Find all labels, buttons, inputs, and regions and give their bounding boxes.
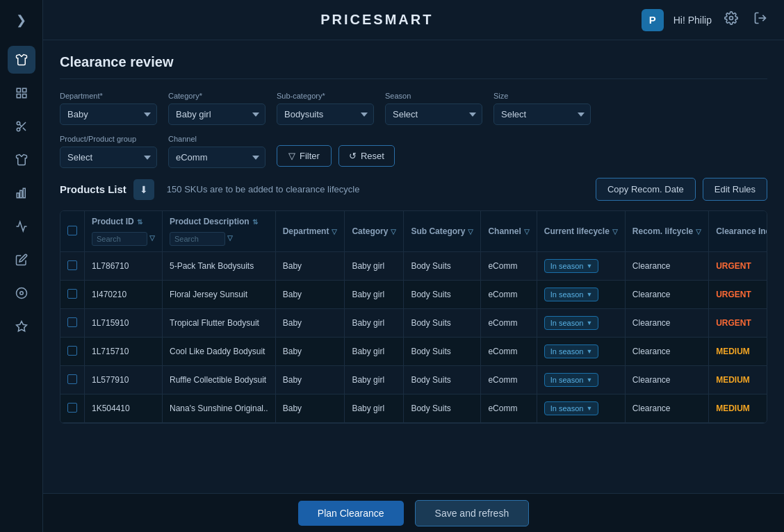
lifecycle-badge[interactable]: In season ▼ xyxy=(544,288,599,301)
lifecycle-badge[interactable]: In season ▼ xyxy=(544,344,599,358)
download-icon: ⬇ xyxy=(140,184,148,195)
filter-department-icon[interactable]: ▽ xyxy=(332,228,337,235)
logout-icon[interactable] xyxy=(751,8,770,31)
sidebar-icon-pencil[interactable] xyxy=(8,246,35,274)
cell-recom-lifecycle: Clearance xyxy=(625,366,708,394)
sidebar-icon-circle[interactable] xyxy=(8,279,35,307)
subcategory-filter: Sub-category* Bodysuits xyxy=(277,92,374,125)
cell-department: Baby xyxy=(275,281,345,309)
svg-point-5 xyxy=(17,128,20,131)
cell-recom-lifecycle: Clearance xyxy=(625,281,708,309)
cell-recom-lifecycle: Clearance xyxy=(625,394,708,423)
lifecycle-badge[interactable]: In season ▼ xyxy=(544,401,599,415)
sidebar-icon-shirt[interactable] xyxy=(8,46,35,74)
cell-subcategory: Body Suits xyxy=(404,338,481,366)
cell-description: Tropical Flutter Bodysuit xyxy=(163,309,276,338)
row-checkbox-5[interactable] xyxy=(67,403,77,413)
row-checkbox-4[interactable] xyxy=(67,374,77,384)
cell-subcategory: Body Suits xyxy=(404,394,481,423)
sidebar-icon-scissors[interactable] xyxy=(8,113,35,140)
clearance-indicator-value: MEDIUM xyxy=(716,375,750,385)
lifecycle-badge[interactable]: In season ▼ xyxy=(544,259,599,273)
cell-description: Cool Like Daddy Bodysuit xyxy=(163,338,276,366)
sidebar-icon-star[interactable] xyxy=(8,313,35,340)
filter-row-2: Product/Product group Select Channel eCo… xyxy=(60,135,767,168)
cell-product-id: 1L715910 xyxy=(85,309,163,338)
sidebar-icon-grid[interactable] xyxy=(8,79,35,107)
category-select[interactable]: Baby girl xyxy=(168,103,266,125)
user-greeting: Hi! Philip xyxy=(673,15,712,26)
select-all-checkbox[interactable] xyxy=(67,226,77,235)
header-right: P Hi! Philip xyxy=(642,8,770,31)
table-row: 1I470210 Floral Jersey Sunsuit Baby Baby… xyxy=(60,281,767,309)
table-row: 1K504410 Nana's Sunshine Original.. Baby… xyxy=(60,394,767,423)
search-product-id[interactable] xyxy=(92,232,147,246)
filter-button[interactable]: ▽ Filter xyxy=(277,145,332,167)
filter-current-lifecycle-icon[interactable]: ▽ xyxy=(612,228,618,235)
sort-description[interactable]: ⇅ xyxy=(252,218,258,226)
page-title: Clearance review xyxy=(60,54,767,79)
cell-subcategory: Body Suits xyxy=(404,366,481,394)
edit-rules-button[interactable]: Edit Rules xyxy=(703,178,767,201)
products-table: Product ID ⇅ ▽ Product Description xyxy=(60,211,767,423)
filter-row-1: Department* Baby Category* Baby girl Sub… xyxy=(60,92,767,125)
sidebar-toggle[interactable]: ❯ xyxy=(10,7,32,33)
department-select[interactable]: Baby xyxy=(60,103,157,125)
lifecycle-badge[interactable]: In season ▼ xyxy=(544,316,599,330)
filter-channel-icon[interactable]: ▽ xyxy=(524,228,530,235)
product-group-select[interactable]: Select xyxy=(60,147,157,168)
row-checkbox-0[interactable] xyxy=(67,260,77,270)
sidebar-icon-tshirt[interactable] xyxy=(8,146,35,174)
settings-icon[interactable] xyxy=(721,8,741,31)
row-checkbox-1[interactable] xyxy=(67,289,77,299)
department-filter: Department* Baby xyxy=(60,92,157,125)
cell-recom-lifecycle: Clearance xyxy=(625,309,708,338)
cell-recom-lifecycle: Clearance xyxy=(625,252,708,281)
svg-line-7 xyxy=(22,128,25,131)
reset-button[interactable]: ↺ Reset xyxy=(338,145,395,167)
season-filter: Season Select xyxy=(385,92,482,125)
cell-current-lifecycle: In season ▼ xyxy=(537,309,625,338)
filter-recom-lifecycle-icon[interactable]: ▽ xyxy=(696,228,701,235)
channel-select[interactable]: eComm xyxy=(168,147,266,168)
filter-product-id-icon[interactable]: ▽ xyxy=(149,234,155,242)
app-title: PRICESMART xyxy=(320,12,433,28)
row-checkbox-col xyxy=(60,338,85,366)
table-header-row: Product ID ⇅ ▽ Product Description xyxy=(60,211,767,252)
filter-description-icon[interactable]: ▽ xyxy=(227,234,233,242)
clearance-indicator-value: URGENT xyxy=(716,290,751,299)
cell-description: Floral Jersey Sunsuit xyxy=(163,281,276,309)
products-header-left: Products List ⬇ 150 SKUs are to be added… xyxy=(60,179,359,200)
col-recom-lifecycle: Recom. lifcycle ▽ xyxy=(625,211,708,252)
row-checkbox-3[interactable] xyxy=(67,346,77,356)
search-description[interactable] xyxy=(170,232,225,246)
sku-info: 150 SKUs are to be added to clearance li… xyxy=(167,184,360,194)
copy-recom-button[interactable]: Copy Recom. Date xyxy=(596,178,696,201)
save-refresh-button[interactable]: Save and refresh xyxy=(415,500,530,526)
cell-department: Baby xyxy=(275,394,345,423)
cell-category: Baby girl xyxy=(345,309,404,338)
cell-product-id: 1L577910 xyxy=(85,366,163,394)
download-button[interactable]: ⬇ xyxy=(133,179,154,200)
filter-category-icon[interactable]: ▽ xyxy=(391,228,396,235)
svg-rect-1 xyxy=(22,88,26,92)
cell-channel: eComm xyxy=(481,366,537,394)
col-category: Category ▽ xyxy=(345,211,404,252)
season-label: Season xyxy=(385,92,482,100)
season-select[interactable]: Select xyxy=(385,103,482,125)
sort-product-id[interactable]: ⇅ xyxy=(137,218,142,226)
footer: Plan Clearance Save and refresh xyxy=(43,493,784,532)
lifecycle-badge[interactable]: In season ▼ xyxy=(544,373,599,387)
filter-subcategory-icon[interactable]: ▽ xyxy=(468,228,473,235)
sidebar-icon-graph[interactable] xyxy=(8,213,35,240)
cell-description: 5-Pack Tank Bodysuits xyxy=(163,252,276,281)
sidebar-icon-chart[interactable] xyxy=(8,179,35,207)
products-table-container: Product ID ⇅ ▽ Product Description xyxy=(60,210,767,424)
plan-clearance-button[interactable]: Plan Clearance xyxy=(298,501,404,526)
filter-icon: ▽ xyxy=(288,151,295,161)
row-checkbox-2[interactable] xyxy=(67,317,77,327)
cell-subcategory: Body Suits xyxy=(404,252,481,281)
subcategory-select[interactable]: Bodysuits xyxy=(277,103,374,125)
size-select[interactable]: Select xyxy=(493,103,591,125)
products-header: Products List ⬇ 150 SKUs are to be added… xyxy=(60,178,767,201)
